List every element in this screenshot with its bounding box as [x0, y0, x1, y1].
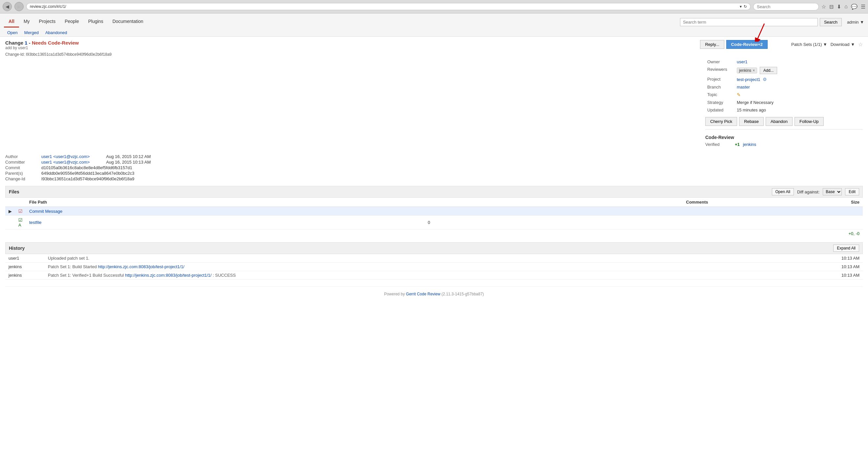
- col-filepath: File Path: [26, 198, 425, 207]
- gear-icon[interactable]: ⚙: [763, 77, 767, 82]
- change-number[interactable]: 1: [25, 40, 27, 45]
- project-row: Project test-project1 ⚙: [705, 75, 863, 83]
- footer-text: Powered by Gerrit Code Review (2.11.3-14…: [384, 292, 484, 296]
- project-link[interactable]: test-project1: [737, 77, 761, 82]
- content-row: Owner user1 Reviewers jenkins × Add...: [5, 58, 863, 149]
- address-bar[interactable]: review.zjc.com/#/c/1/ ▾ ↻: [26, 3, 750, 10]
- search-button[interactable]: Search: [820, 18, 842, 26]
- main-nav: All My Projects People Plugins Documenta…: [4, 13, 148, 28]
- history-msg-2: Patch Set 1: Verified+1 Build Successful…: [44, 271, 833, 280]
- reviewers-label: Reviewers: [705, 66, 735, 75]
- jenkins-reviewer-link[interactable]: jenkins: [743, 142, 756, 147]
- topic-edit-icon[interactable]: ✎: [737, 92, 741, 97]
- nav-item-my[interactable]: My: [19, 16, 34, 28]
- strategy-row: Strategy Merge if Necessary: [705, 99, 863, 106]
- admin-menu[interactable]: admin ▼: [847, 20, 864, 25]
- expand-all-button[interactable]: Expand All: [833, 244, 859, 252]
- topic-value: ✎: [735, 91, 863, 99]
- build-link-1[interactable]: http://jenkins.zjc.com:8083/job/test-pro…: [98, 264, 184, 269]
- nav-item-all[interactable]: All: [4, 16, 19, 28]
- expand-icon[interactable]: ▶: [5, 207, 15, 216]
- star-icon[interactable]: ☆: [822, 4, 826, 10]
- parents-hash: 649ddb0e90556e9fd56ddd13eca8647e0b0bc2c3: [41, 171, 134, 176]
- separator: [705, 129, 863, 130]
- code-review-button[interactable]: Code-Review+2: [726, 40, 768, 49]
- detail-table: Owner user1 Reviewers jenkins × Add...: [705, 58, 863, 114]
- commit-hash-row: Commit d10105a0b3616c8abc8e8e4d8ef5fdd6f…: [5, 165, 863, 170]
- history-table: user1 Uploaded patch set 1. 10:13 AM jen…: [5, 254, 863, 280]
- open-all-button[interactable]: Open All: [772, 188, 794, 195]
- chat-icon[interactable]: 💬: [851, 4, 858, 10]
- author-link[interactable]: user1 <user1@vzjc.com>: [41, 154, 90, 159]
- back-button[interactable]: ◀: [3, 2, 12, 11]
- author-date: Aug 16, 2015 10:12 AM: [106, 154, 151, 159]
- files-section: Files Open All Diff against: Base Edit F…: [5, 186, 863, 238]
- nav-item-plugins[interactable]: Plugins: [84, 16, 108, 28]
- patch-sets-button[interactable]: Patch Sets (1/1) ▼: [791, 42, 827, 47]
- col-comments: Comments: [425, 198, 711, 207]
- change-title: Change 1 - Needs Code-Review: [5, 40, 112, 45]
- testfile-link[interactable]: testfile: [29, 220, 42, 225]
- sub-nav-merged[interactable]: Merged: [21, 29, 42, 36]
- commit-hash: d10105a0b3616c8abc8e8e4d8ef5fdd6fb3157d1: [41, 165, 132, 170]
- owner-link[interactable]: user1: [737, 59, 748, 64]
- star-button[interactable]: ☆: [858, 41, 863, 47]
- browser-search-input[interactable]: [753, 3, 819, 10]
- committer-row: Committer user1 <user1@vzjc.com> Aug 16,…: [5, 160, 863, 165]
- reviewers-value: jenkins × Add...: [735, 66, 863, 75]
- build-link-2[interactable]: http://jenkins.zjc.com:8083/job/test-pro…: [125, 273, 212, 278]
- history-msg-1: Patch Set 1: Build Started http://jenkin…: [44, 263, 833, 271]
- reload-icon[interactable]: ↻: [744, 4, 747, 9]
- nav-item-projects[interactable]: Projects: [34, 16, 60, 28]
- bookmark-icon[interactable]: ⊟: [829, 4, 834, 10]
- change-id-text: Change-Id: I93bbc13651ca1d3d574bbce940f9…: [5, 52, 112, 57]
- left-panel: [5, 58, 699, 149]
- files-header: Files Open All Diff against: Base Edit: [5, 186, 863, 198]
- dropdown-icon[interactable]: ▾: [740, 4, 742, 9]
- action-buttons: Reply... Code-Review+2: [700, 40, 768, 49]
- add-reviewer-button[interactable]: Add...: [760, 67, 777, 74]
- committer-link[interactable]: user1 <user1@vzjc.com>: [41, 160, 90, 165]
- testfile-size: [711, 216, 863, 229]
- download-button[interactable]: Download ▼: [831, 42, 855, 47]
- reply-button[interactable]: Reply...: [700, 40, 724, 49]
- parents-row: Parent(s) 649ddb0e90556e9fd56ddd13eca864…: [5, 171, 863, 176]
- abandon-button[interactable]: Abandon: [766, 117, 793, 126]
- file-added-label: A: [19, 223, 21, 228]
- diff-base-select[interactable]: Base: [823, 188, 842, 195]
- download-icon[interactable]: ⬇: [837, 4, 841, 10]
- follow-up-button[interactable]: Follow-Up: [795, 117, 824, 126]
- menu-icon[interactable]: ☰: [861, 4, 865, 10]
- history-row-1: jenkins Patch Set 1: Build Started http:…: [5, 263, 863, 271]
- file-path-testfile: testfile: [26, 216, 425, 229]
- code-review-row: Verified +1 jenkins: [705, 142, 863, 147]
- testfile-expand: [5, 216, 15, 229]
- owner-value: user1: [735, 58, 863, 66]
- reviewer-jenkins-remove[interactable]: ×: [752, 68, 755, 73]
- home-icon[interactable]: ⌂: [844, 4, 848, 10]
- author-row: Author user1 <user1@vzjc.com> Aug 16, 20…: [5, 154, 863, 159]
- files-table: File Path Comments Size ▶ ☑ Commit Messa…: [5, 198, 863, 229]
- code-review-title: Code-Review: [705, 135, 863, 140]
- branch-link[interactable]: master: [737, 85, 750, 90]
- cherry-pick-button[interactable]: Cherry Pick: [705, 117, 737, 126]
- file-row-commit-message: ▶ ☑ Commit Message: [5, 207, 863, 216]
- sub-nav-open[interactable]: Open: [4, 29, 21, 36]
- nav-item-people[interactable]: People: [60, 16, 84, 28]
- history-time-0: 10:13 AM: [833, 254, 863, 263]
- sub-nav: Open Merged Abandoned: [4, 28, 864, 36]
- edit-button[interactable]: Edit: [845, 188, 859, 195]
- nav-item-documentation[interactable]: Documentation: [108, 16, 148, 28]
- search-area: Search admin ▼: [680, 18, 864, 28]
- commit-message-link[interactable]: Commit Message: [29, 209, 62, 214]
- change-id-row: Change-Id I93bbc13651ca1d3d574bbce940f96…: [5, 176, 863, 181]
- committer-label: Committer: [5, 160, 38, 165]
- forward-button[interactable]: ▶: [14, 2, 24, 11]
- gerrit-link[interactable]: Gerrit Code Review: [406, 292, 440, 296]
- branch-value: master: [735, 83, 863, 91]
- rebase-button[interactable]: Rebase: [739, 117, 764, 126]
- sub-nav-abandoned[interactable]: Abandoned: [42, 29, 70, 36]
- search-term-input[interactable]: [680, 18, 818, 26]
- reviewer-jenkins-tag: jenkins ×: [737, 68, 757, 73]
- score-value: +1: [735, 142, 740, 147]
